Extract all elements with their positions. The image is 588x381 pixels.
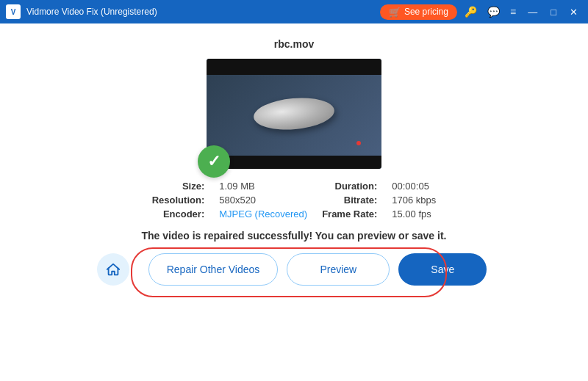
blimp-shape <box>252 95 335 132</box>
cart-icon: 🛒 <box>389 7 401 18</box>
repair-other-videos-button[interactable]: Repair Other Videos <box>148 253 279 286</box>
resolution-label: Resolution: <box>152 195 205 206</box>
close-button[interactable]: ✕ <box>565 5 582 19</box>
framerate-label: Frame Rate: <box>322 208 377 219</box>
size-value: 1.09 MB <box>219 181 307 192</box>
see-pricing-button[interactable]: 🛒 See pricing <box>380 4 457 20</box>
red-marker-icon <box>356 141 361 145</box>
home-button[interactable] <box>97 253 129 286</box>
logo-text: V <box>11 8 16 16</box>
key-icon[interactable]: 🔑 <box>462 4 480 19</box>
encoder-label: Encoder: <box>152 208 205 219</box>
video-info-table: Size: 1.09 MB Duration: 00:00:05 Resolut… <box>152 181 437 219</box>
letterbox-top <box>207 59 381 75</box>
bitrate-value: 1706 kbps <box>392 195 436 206</box>
success-check-icon: ✓ <box>198 145 230 178</box>
action-area: Repair Other Videos Preview Save <box>0 253 588 297</box>
letterbox-bottom <box>207 156 381 169</box>
main-content: rbc.mov ✓ Size: 1.09 MB Duration: 00:00:… <box>0 23 588 381</box>
video-frame <box>207 59 381 169</box>
titlebar: V Vidmore Video Fix (Unregistered) 🛒 See… <box>0 0 588 23</box>
framerate-value: 15.00 fps <box>392 208 436 219</box>
see-pricing-label: See pricing <box>404 7 448 17</box>
encoder-value: MJPEG (Recovered) <box>219 208 307 219</box>
menu-icon[interactable]: ≡ <box>507 4 519 19</box>
duration-value: 00:00:05 <box>392 181 436 192</box>
chat-icon[interactable]: 💬 <box>484 4 503 19</box>
titlebar-title: Vidmore Video Fix (Unregistered) <box>26 7 157 17</box>
file-name: rbc.mov <box>274 38 314 50</box>
repair-label: Repair Other Videos <box>167 264 260 275</box>
titlebar-left: V Vidmore Video Fix (Unregistered) <box>6 4 157 19</box>
save-button[interactable]: Save <box>398 253 487 286</box>
video-thumbnail: ✓ <box>207 59 381 169</box>
minimize-button[interactable]: — <box>523 5 542 19</box>
titlebar-right: 🛒 See pricing 🔑 💬 ≡ — □ ✕ <box>380 4 582 20</box>
preview-button[interactable]: Preview <box>287 253 390 286</box>
resolution-value: 580x520 <box>219 195 307 206</box>
success-message: The video is repaired successfully! You … <box>142 230 447 242</box>
preview-label: Preview <box>320 264 356 275</box>
app-logo: V <box>6 4 21 19</box>
bitrate-label: Bitrate: <box>322 195 377 206</box>
size-label: Size: <box>152 181 205 192</box>
maximize-button[interactable]: □ <box>546 5 561 19</box>
home-icon <box>105 261 121 277</box>
save-label: Save <box>431 264 454 275</box>
duration-label: Duration: <box>322 181 377 192</box>
